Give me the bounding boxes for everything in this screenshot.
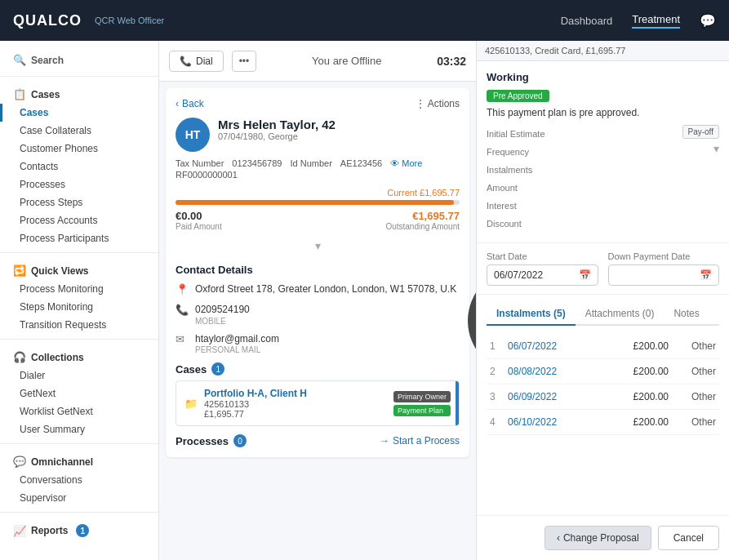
inst-type-4: Other — [675, 416, 716, 428]
phone-icon: 📞 — [176, 304, 189, 316]
paid-section: €0.00 Paid Amount — [176, 210, 222, 231]
sidebar-group-omnichannel[interactable]: 💬 Omnichannel — [0, 449, 158, 471]
inst-type-1: Other — [675, 340, 716, 352]
location-icon: 📍 — [176, 283, 189, 296]
interest-label: Interest — [487, 197, 545, 215]
start-process-button[interactable]: → Start a Process — [380, 435, 460, 447]
start-date-field: Start Date 06/07/2022 📅 — [487, 251, 598, 286]
sidebar-item-dialer[interactable]: Dialer — [0, 367, 158, 384]
instalment-row-3: 3 06/09/2022 £200.00 Other — [487, 384, 719, 410]
inst-date-3[interactable]: 06/09/2022 — [508, 391, 613, 402]
cancel-button[interactable]: Cancel — [658, 526, 719, 550]
working-details: Initial Estimate Frequency Instalments A… — [487, 125, 719, 233]
sidebar-item-steps-monitoring[interactable]: Steps Monitoring — [0, 298, 158, 316]
inst-amount-4: £200.00 — [620, 416, 669, 428]
case-amount: £1,695.77 — [204, 409, 387, 419]
down-payment-input[interactable]: 📅 — [608, 264, 720, 286]
contact-address: 📍 Oxford Street 178, Greater London, Lon… — [176, 282, 460, 296]
nav-subtitle: QCR Web Officer — [95, 16, 164, 25]
paid-label: Paid Amount — [176, 222, 222, 231]
sidebar-group-cases[interactable]: 📋 Cases — [0, 82, 158, 104]
instalment-row-4: 4 06/10/2022 £200.00 Other — [487, 410, 719, 435]
start-date-value: 06/07/2022 — [494, 269, 543, 281]
chat-icon[interactable]: 💬 — [700, 13, 716, 29]
tab-notes[interactable]: Notes — [664, 303, 709, 326]
change-proposal-button[interactable]: ‹ Change Proposal — [545, 526, 651, 550]
sidebar-group-quickviews[interactable]: 🔁 Quick Views — [0, 258, 158, 280]
sidebar-item-worklist-getnext[interactable]: Worklist GetNext — [0, 402, 158, 420]
start-date-input[interactable]: 06/07/2022 📅 — [487, 264, 598, 286]
processes-row: Processes 0 → Start a Process — [176, 434, 460, 447]
actions-menu[interactable]: ⋮ Actions — [416, 98, 460, 109]
patient-info: Mrs Helen Taylor, 42 07/04/1980, George — [218, 118, 336, 141]
pay-off-button[interactable]: Pay-off — [682, 125, 720, 139]
divider — [0, 252, 158, 253]
inst-date-4[interactable]: 06/10/2022 — [508, 416, 613, 428]
sidebar-group-collections[interactable]: 🎧 Collections — [0, 344, 158, 367]
sidebar-item-process-accounts[interactable]: Process Accounts — [0, 211, 158, 229]
bottom-actions: ‹ Change Proposal Cancel — [477, 515, 729, 560]
outstanding-label: Outstanding Amount — [385, 222, 460, 231]
working-labels: Initial Estimate Frequency Instalments A… — [487, 125, 545, 233]
left-arrow-icon: ‹ — [557, 532, 560, 544]
progress-bar — [176, 200, 460, 205]
down-payment-label: Down Payment Date — [608, 251, 720, 261]
outstanding-section: €1,695.77 Outstanding Amount — [385, 210, 460, 231]
right-top-strip: 425610133, Credit Card, £1,695.77 — [477, 41, 729, 61]
sidebar-item-process-monitoring[interactable]: Process Monitoring — [0, 280, 158, 298]
search-icon: 🔍 — [13, 54, 26, 66]
dates-row: Start Date 06/07/2022 📅 Down Payment Dat… — [487, 251, 719, 286]
inst-date-1[interactable]: 06/07/2022 — [508, 340, 613, 352]
sidebar-item-cases[interactable]: Cases — [0, 104, 158, 122]
sidebar-search[interactable]: 🔍 Search — [0, 49, 158, 71]
more-link[interactable]: 👁 More — [390, 158, 422, 168]
patient-dob: 07/04/1980, George — [218, 131, 336, 141]
sidebar-item-transition-requests[interactable]: Transition Requests — [0, 316, 158, 334]
sidebar-item-contacts[interactable]: Contacts — [0, 158, 158, 176]
tax-number-label: Tax Number — [176, 158, 224, 168]
inst-date-2[interactable]: 08/08/2022 — [508, 366, 613, 377]
sidebar-item-processes[interactable]: Processes — [0, 176, 158, 193]
tab-instalments[interactable]: Instalments (5) — [487, 303, 576, 326]
tab-attachments[interactable]: Attachments (0) — [576, 303, 665, 326]
back-arrow-icon: ‹ — [176, 98, 179, 109]
main-layout: 🔍 Search 📋 Cases Cases Case Collaterals … — [0, 41, 729, 560]
sidebar-item-process-participants[interactable]: Process Participants — [0, 229, 158, 247]
reports-label: Reports — [31, 525, 68, 536]
pre-approved-badge: Pre Approved — [487, 90, 549, 102]
expand-button[interactable]: ▾ — [176, 236, 460, 256]
case-stripe — [456, 381, 459, 425]
sidebar-item-conversations[interactable]: Conversations — [0, 471, 158, 489]
search-label: Search — [31, 55, 64, 66]
email-icon: ✉ — [176, 333, 189, 345]
sidebar-item-user-summary[interactable]: User Summary — [0, 420, 158, 438]
avatar: HT — [176, 118, 210, 152]
middle-panel: 📞 Dial ••• You are Offline 03:32 ‹ Back … — [159, 41, 476, 560]
initial-estimate-label: Initial Estimate — [487, 125, 545, 143]
arrow-icon: → — [380, 435, 389, 447]
folder-icon: 📁 — [184, 398, 198, 410]
sidebar-item-process-steps[interactable]: Process Steps — [0, 193, 158, 211]
calendar-icon-2: 📅 — [700, 269, 712, 281]
dial-button[interactable]: 📞 Dial — [169, 51, 224, 72]
inst-num-1: 1 — [490, 340, 501, 352]
video-overlay[interactable]: ▶ — [468, 268, 476, 374]
case-card[interactable]: 📁 Portfolio H-A, Client H 425610133 £1,6… — [176, 380, 460, 426]
processes-left: Processes 0 — [176, 434, 247, 447]
working-title: Working — [487, 71, 719, 83]
rf-number: RF0000000001 — [176, 170, 460, 180]
back-button[interactable]: ‹ Back — [176, 98, 204, 109]
more-options-button[interactable]: ••• — [232, 51, 257, 72]
sidebar-group-reports[interactable]: 📈 Reports 1 — [0, 518, 158, 540]
processes-badge: 0 — [233, 434, 247, 447]
sidebar-item-customer-phones[interactable]: Customer Phones — [0, 140, 158, 158]
nav-treatment[interactable]: Treatment — [632, 13, 680, 29]
right-panel: 425610133, Credit Card, £1,695.77 Workin… — [476, 41, 729, 560]
sidebar-item-supervisor[interactable]: Supervisor — [0, 489, 158, 507]
expand-working-button[interactable]: ▾ — [713, 142, 719, 155]
nav-dashboard[interactable]: Dashboard — [561, 15, 613, 27]
sidebar-item-case-collaterals[interactable]: Case Collaterals — [0, 122, 158, 140]
primary-owner-badge: Primary Owner — [393, 391, 451, 402]
sidebar-item-getnext[interactable]: GetNext — [0, 384, 158, 402]
current-amount: £1,695.77 — [420, 188, 460, 198]
